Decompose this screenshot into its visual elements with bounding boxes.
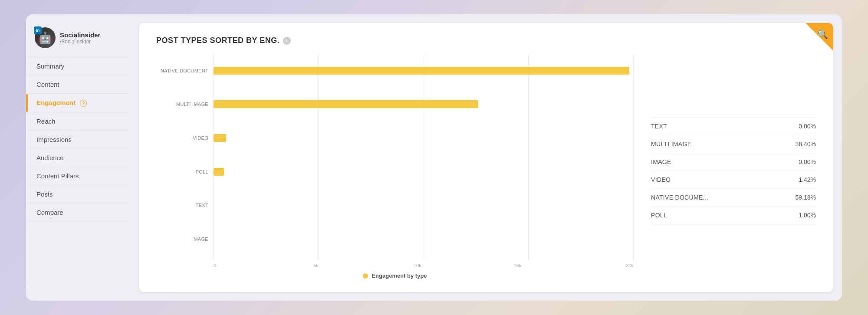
bar-label-native-document: NATIVE DOCUMENT [156,68,208,73]
stats-value-text: 0.00% [799,123,816,130]
sidebar-item-posts[interactable]: Posts [26,185,130,203]
sidebar-item-impressions[interactable]: Impressions [26,131,130,149]
bar-fill-multi-image [214,100,478,108]
bar-label-poll: POLL [156,169,208,174]
stats-value-video: 1.42% [799,176,816,183]
bar-label-video: VIDEO [156,135,208,141]
bar-label-text: TEXT [156,203,208,208]
info-icon[interactable]: i [283,37,291,45]
chart-legend: Engagement by type [156,272,634,279]
bar-row-image: IMAGE [156,233,634,245]
stats-label-multi-image: MULTI IMAGE [651,141,691,148]
legend-dot [363,273,368,279]
app-container: 🤖 in Socialinsider /Socialinsider Summar… [26,14,842,301]
bar-track-image [214,235,634,243]
stats-value-native-doc: 59.18% [796,194,816,201]
v-line-0 [214,54,214,260]
bar-row-native-document: NATIVE DOCUMENT [156,65,634,77]
stats-label-image: IMAGE [651,158,671,165]
stats-row-image: IMAGE 0.00% [651,153,816,171]
x-tick-1: 5k [313,263,413,268]
sidebar-brand: Socialinsider /Socialinsider [60,31,100,45]
chart-body: NATIVE DOCUMENT MULTI IMAGE [156,54,816,279]
chart-title: POST TYPES SORTED BY ENG. i [156,36,816,45]
stats-value-image: 0.00% [799,158,816,165]
stats-row-video: VIDEO 1.42% [651,171,816,189]
bar-track-multi-image [214,100,634,108]
vertical-grid-lines [214,54,634,260]
stats-label-poll: POLL [651,212,667,219]
bar-row-text: TEXT [156,199,634,211]
sidebar-item-content-pillars[interactable]: Content Pillars [26,167,130,185]
brand-handle: /Socialinsider [60,39,100,45]
bar-row-poll: POLL [156,166,634,178]
stats-row-native-doc: NATIVE DOCUME... 59.18% [651,189,816,207]
stats-value-multi-image: 38.40% [796,141,816,148]
stats-table: TEXT 0.00% MULTI IMAGE 38.40% IMAGE 0.00… [651,54,816,279]
stats-value-poll: 1.00% [799,212,816,219]
stats-row-multi-image: MULTI IMAGE 38.40% [651,135,816,153]
brand-name: Socialinsider [60,31,100,39]
x-tick-2: 10k [414,263,513,268]
bar-fill-video [214,134,226,142]
sidebar-item-audience[interactable]: Audience [26,149,130,167]
stats-label-video: VIDEO [651,176,671,183]
x-tick-4: 20k [614,263,634,268]
bar-track-video [214,134,634,142]
sidebar-item-reach[interactable]: Reach [26,112,130,131]
sidebar-nav: Summary Content Engagement ? Reach Impre… [26,57,130,222]
sidebar-logo: 🤖 in Socialinsider /Socialinsider [26,23,130,57]
sidebar-item-compare[interactable]: Compare [26,203,130,222]
bar-fill-poll [214,168,224,176]
x-axis: 0 5k 10k 15k 20k [156,263,634,268]
bar-track-native-document [214,67,634,75]
bar-chart-rows: NATIVE DOCUMENT MULTI IMAGE [156,54,634,260]
x-tick-0: 0 [214,263,313,268]
engagement-help-icon[interactable]: ? [80,100,87,107]
x-tick-3: 15k [513,263,613,268]
sidebar-item-content[interactable]: Content [26,75,130,94]
v-line-4 [633,54,634,260]
linkedin-badge: in [34,26,42,34]
sidebar-item-engagement[interactable]: Engagement ? [26,94,130,112]
v-line-3 [528,54,529,260]
bar-row-video: VIDEO [156,132,634,144]
v-line-1 [319,54,319,260]
sidebar-item-summary[interactable]: Summary [26,57,130,75]
bar-track-poll [214,168,634,176]
sidebar: 🤖 in Socialinsider /Socialinsider Summar… [26,14,130,301]
bar-track-text [214,201,634,209]
chart-area: NATIVE DOCUMENT MULTI IMAGE [156,54,634,279]
stats-label-native-doc: NATIVE DOCUME... [651,194,708,201]
v-line-2 [424,54,424,260]
chart-card: 🔍 POST TYPES SORTED BY ENG. i [139,23,833,292]
stats-row-text: TEXT 0.00% [651,117,816,135]
bar-label-image: IMAGE [156,236,208,242]
stats-label-text: TEXT [651,123,667,130]
bar-label-multi-image: MULTI IMAGE [156,102,208,107]
legend-label: Engagement by type [372,272,427,279]
main-content: 🔍 POST TYPES SORTED BY ENG. i [130,14,842,301]
stats-row-poll: POLL 1.00% [651,207,816,224]
bar-fill-native-document [214,67,629,75]
card-inner: POST TYPES SORTED BY ENG. i [139,23,833,292]
bar-row-multi-image: MULTI IMAGE [156,98,634,110]
